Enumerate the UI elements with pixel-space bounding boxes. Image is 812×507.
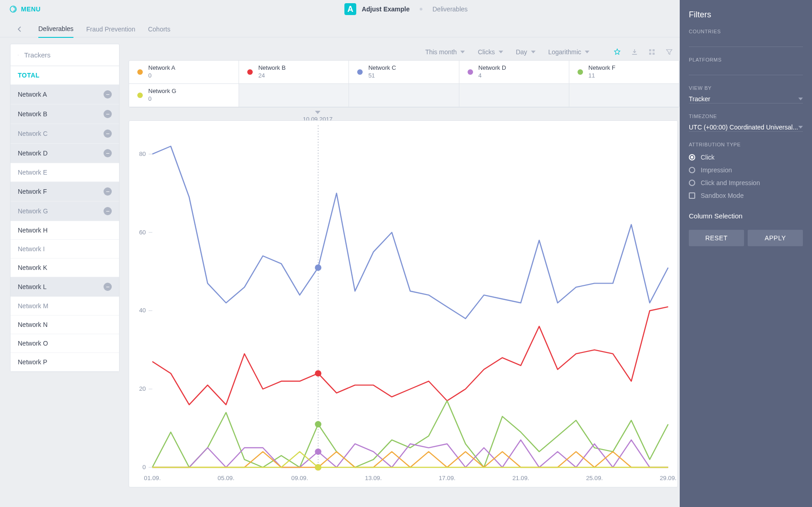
reset-button[interactable]: RESET — [689, 230, 744, 246]
remove-icon[interactable]: − — [104, 110, 112, 118]
svg-point-31 — [315, 464, 321, 471]
tracker-search[interactable] — [10, 44, 119, 66]
chevron-down-icon — [460, 51, 465, 53]
remove-icon[interactable]: − — [104, 283, 112, 291]
svg-rect-4 — [649, 53, 651, 55]
legend-empty — [239, 84, 349, 107]
chevron-down-icon — [499, 51, 503, 53]
legend-item[interactable]: Network C51 — [349, 61, 459, 84]
star-icon — [613, 48, 621, 56]
legend-dot — [137, 69, 143, 75]
chart[interactable]: 02040608001.09.05.09.09.09.13.09.17.09.2… — [129, 120, 678, 487]
legend-empty — [459, 84, 569, 107]
attribution-label: ATTRIBUTION TYPE — [689, 142, 803, 147]
tracker-row[interactable]: Network A− — [10, 85, 119, 104]
legend-dot — [357, 69, 363, 75]
tracker-row[interactable]: Network K — [10, 259, 119, 277]
svg-rect-5 — [653, 53, 655, 55]
filter-panel: Filters COUNTRIES PLATFORMS VIEW BY Trac… — [680, 0, 812, 507]
remove-icon[interactable]: − — [104, 149, 112, 157]
attribution-option[interactable]: Click and Impression — [689, 176, 803, 189]
tracker-row[interactable]: Network F− — [10, 182, 119, 202]
tab-deliverables[interactable]: Deliverables — [38, 21, 73, 38]
svg-text:40: 40 — [139, 307, 146, 314]
attribution-option[interactable]: Impression — [689, 164, 803, 176]
countries-label: COUNTRIES — [689, 29, 803, 34]
tracker-row[interactable]: Network E — [10, 163, 119, 182]
legend-empty — [569, 84, 679, 107]
apply-button[interactable]: APPLY — [748, 230, 803, 246]
radio-icon — [689, 167, 695, 173]
svg-text:80: 80 — [139, 150, 146, 157]
timezone-select[interactable]: UTC (+00:00) Coordinated Universal... — [689, 123, 803, 132]
sandbox-toggle[interactable]: Sandbox Mode — [689, 189, 803, 202]
tracker-row[interactable]: Network D− — [10, 144, 119, 163]
column-selection-link[interactable]: Column Selection — [689, 212, 803, 220]
control-bar: This month Clicks Day Logarithmic — [129, 44, 680, 60]
tracker-row[interactable]: Network M — [10, 297, 119, 316]
svg-point-26 — [315, 264, 321, 271]
legend-item[interactable]: Network A0 — [129, 61, 239, 84]
timezone-label: TIMEZONE — [689, 114, 803, 119]
metric-dropdown[interactable]: Clicks — [478, 48, 503, 56]
scale-dropdown[interactable]: Logarithmic — [548, 48, 589, 56]
countries-input[interactable] — [689, 38, 803, 47]
svg-text:13.09.: 13.09. — [365, 475, 382, 481]
tracker-row[interactable]: Network L− — [10, 277, 119, 297]
filters-title: Filters — [689, 10, 803, 20]
tracker-row[interactable]: Network G− — [10, 202, 119, 221]
tracker-row[interactable]: Network B− — [10, 104, 119, 124]
attribution-option[interactable]: Click — [689, 151, 803, 164]
remove-icon[interactable]: − — [104, 207, 112, 215]
granularity-dropdown[interactable]: Day — [516, 48, 536, 56]
platforms-label: PLATFORMS — [689, 57, 803, 62]
download-icon — [630, 48, 639, 56]
tracker-row[interactable]: Network P — [10, 353, 119, 372]
legend-empty — [349, 84, 459, 107]
brand-logo: A — [344, 3, 356, 15]
chevron-down-icon — [798, 126, 803, 129]
tab-cohorts[interactable]: Cohorts — [148, 21, 170, 37]
tracker-row[interactable]: Network I — [10, 240, 119, 259]
breadcrumb-separator — [420, 8, 422, 10]
menu-button[interactable]: MENU — [9, 5, 41, 13]
viewby-select[interactable]: Tracker — [689, 94, 803, 103]
chevron-left-icon — [16, 25, 24, 33]
tracker-row[interactable]: Network O — [10, 334, 119, 353]
svg-point-29 — [315, 448, 321, 455]
remove-icon[interactable]: − — [104, 129, 112, 138]
tracker-row[interactable]: Network N — [10, 316, 119, 334]
remove-icon[interactable]: − — [104, 187, 112, 196]
svg-text:60: 60 — [139, 228, 146, 235]
legend-item[interactable]: Network D4 — [459, 61, 569, 84]
menu-label: MENU — [21, 5, 41, 13]
svg-text:0: 0 — [142, 464, 146, 471]
download-button[interactable] — [630, 48, 639, 56]
favorite-button[interactable] — [613, 48, 621, 56]
back-button[interactable] — [14, 24, 26, 34]
tracker-panel: TOTAL Network A−Network B−Network C−Netw… — [10, 44, 120, 372]
svg-text:29.09.: 29.09. — [660, 475, 677, 481]
tab-fraud-prevention[interactable]: Fraud Prevention — [86, 21, 135, 37]
tracker-total[interactable]: TOTAL — [10, 66, 119, 85]
svg-point-1 — [18, 55, 18, 55]
filter-toggle-button[interactable] — [665, 48, 673, 56]
legend-dot — [137, 93, 143, 98]
svg-text:01.09.: 01.09. — [144, 475, 161, 481]
tracker-search-input[interactable] — [23, 51, 112, 59]
legend-dot — [468, 69, 473, 75]
remove-icon[interactable]: − — [104, 90, 112, 98]
legend-item[interactable]: Network F11 — [569, 61, 679, 84]
chevron-down-icon — [531, 51, 536, 53]
period-dropdown[interactable]: This month — [425, 48, 465, 56]
tracker-row[interactable]: Network H — [10, 221, 119, 240]
legend-item[interactable]: Network G0 — [129, 84, 239, 107]
radio-icon — [689, 154, 695, 160]
checkbox-icon — [689, 192, 695, 199]
table-view-button[interactable] — [648, 48, 656, 56]
tracker-row[interactable]: Network C− — [10, 124, 119, 144]
search-icon — [18, 51, 19, 59]
platforms-input[interactable] — [689, 66, 803, 75]
legend-item[interactable]: Network B24 — [239, 61, 349, 84]
svg-text:17.09.: 17.09. — [439, 475, 456, 481]
